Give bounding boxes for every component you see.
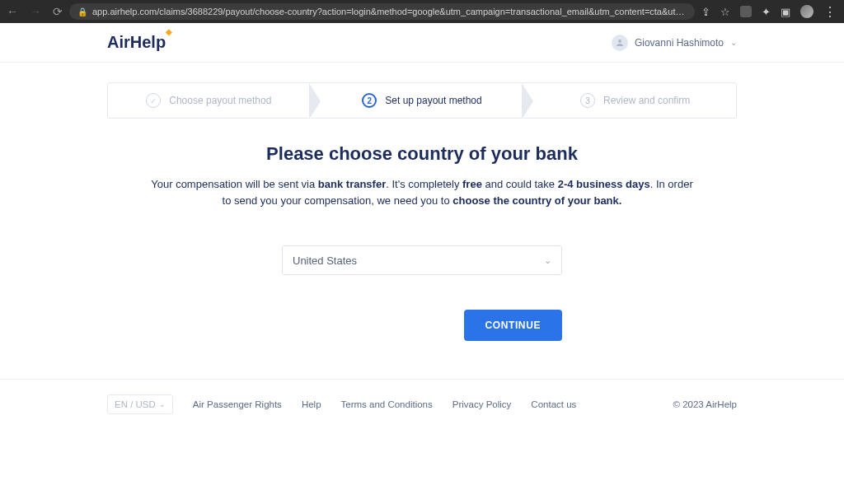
svg-point-0	[618, 40, 621, 43]
country-selected-value: United States	[293, 254, 357, 267]
footer-links: Air Passenger Rights Help Terms and Cond…	[193, 399, 576, 409]
step-choose-payout: ✓ Choose payout method	[108, 83, 310, 118]
back-icon[interactable]: ←	[7, 5, 18, 18]
url-text: app.airhelp.com/claims/3688229/payout/ch…	[92, 7, 687, 16]
logo[interactable]: AirHelp◆	[107, 33, 172, 52]
extension-icon[interactable]	[740, 6, 752, 17]
user-name: Giovanni Hashimoto	[635, 37, 724, 49]
desc-text: and could take	[482, 178, 558, 190]
footer-link-contact[interactable]: Contact us	[531, 399, 576, 409]
footer-link-privacy[interactable]: Privacy Policy	[452, 399, 512, 409]
continue-button[interactable]: CONTINUE	[464, 310, 562, 341]
lang-value: EN / USD	[115, 399, 156, 409]
star-icon[interactable]: ☆	[720, 6, 730, 18]
share-icon[interactable]: ⇪	[701, 6, 710, 18]
country-select[interactable]: United States ⌄	[282, 245, 562, 275]
logo-text: AirHelp	[107, 33, 166, 51]
forward-icon[interactable]: →	[30, 5, 41, 18]
puzzle-icon[interactable]: ✦	[762, 6, 771, 18]
stepper: ✓ Choose payout method 2 Set up payout m…	[107, 82, 737, 119]
desc-text: . It's completely	[386, 178, 462, 190]
step-review-confirm: 3 Review and confirm	[534, 83, 736, 118]
step-setup-payout: 2 Set up payout method	[321, 83, 523, 118]
page-description: Your compensation will be sent via bank …	[150, 176, 694, 209]
logo-mark-icon: ◆	[166, 27, 172, 36]
browser-chrome: ← → ⟳ 🔒 app.airhelp.com/claims/3688229/p…	[0, 0, 844, 23]
footer-link-help[interactable]: Help	[302, 399, 321, 409]
desc-bold: bank transfer	[318, 178, 386, 190]
address-bar[interactable]: 🔒 app.airhelp.com/claims/3688229/payout/…	[69, 3, 695, 20]
desc-bold: 2-4 business days	[558, 178, 650, 190]
browser-nav: ← → ⟳	[7, 5, 63, 18]
desc-bold: choose the country of your bank.	[452, 194, 621, 207]
chevron-down-icon: ⌄	[730, 38, 737, 47]
content: ✓ Choose payout method 2 Set up payout m…	[0, 82, 844, 341]
step-number: 3	[580, 93, 595, 108]
checkmark-icon: ✓	[146, 93, 161, 108]
copyright: © 2023 AirHelp	[673, 399, 737, 409]
lock-icon: 🔒	[77, 7, 87, 16]
kebab-menu-icon[interactable]: ⋮	[823, 4, 837, 20]
step-separator	[310, 83, 321, 119]
profile-avatar-icon[interactable]	[800, 5, 814, 18]
footer-link-rights[interactable]: Air Passenger Rights	[193, 399, 282, 409]
browser-actions: ⇪ ☆ ✦ ▣ ⋮	[701, 4, 837, 20]
step-separator	[523, 83, 534, 119]
user-avatar-icon	[612, 35, 628, 51]
chevron-down-icon: ⌄	[544, 255, 551, 266]
panel-icon[interactable]: ▣	[781, 6, 790, 18]
button-row: CONTINUE	[282, 310, 562, 341]
chevron-down-icon: ⌄	[159, 400, 166, 408]
footer-link-terms[interactable]: Terms and Conditions	[341, 399, 433, 409]
user-menu[interactable]: Giovanni Hashimoto ⌄	[612, 35, 737, 51]
step-label: Set up payout method	[385, 95, 481, 106]
step-label: Choose payout method	[169, 95, 271, 106]
desc-text: Your compensation will be sent via	[151, 178, 318, 190]
language-currency-selector[interactable]: EN / USD ⌄	[107, 394, 173, 414]
country-select-wrap: United States ⌄	[282, 245, 562, 275]
page-header: AirHelp◆ Giovanni Hashimoto ⌄	[0, 23, 844, 63]
footer: EN / USD ⌄ Air Passenger Rights Help Ter…	[0, 379, 844, 414]
step-label: Review and confirm	[603, 95, 690, 106]
page-title: Please choose country of your bank	[107, 143, 737, 165]
reload-icon[interactable]: ⟳	[53, 5, 63, 18]
step-number: 2	[362, 93, 377, 108]
desc-bold: free	[462, 178, 482, 190]
